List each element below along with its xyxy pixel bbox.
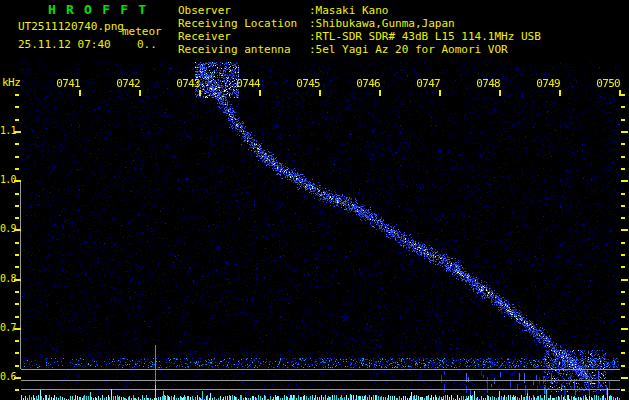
freq-tick-minor [15,291,19,293]
freq-tick-label: 1.0 [0,175,15,185]
freq-tick-major [14,180,21,182]
time-tick [319,90,321,96]
time-tick [559,90,561,96]
time-tick-label: 0747 [415,78,440,89]
freq-tick-label: 1.1 [0,126,15,136]
time-tick-label: 0748 [475,78,500,89]
info-label: Receiving Location [178,17,309,30]
app-title: H R O F F T [48,2,147,17]
info-value: :5el Yagi Az 20 for Aomori VOR [309,43,508,56]
freq-tick-minor [621,340,625,342]
plot-left-marker-line [20,181,21,369]
freq-tick-minor [15,156,19,158]
freq-tick-major [621,377,628,379]
counter-label: 0.. [137,38,157,51]
freq-tick-minor [15,266,19,268]
info-label: Receiver [178,30,309,43]
freq-tick-minor [621,156,625,158]
datetime-label: 25.11.12 07:40 [18,38,111,51]
info-value: :RTL-SDR SDR# 43dB L15 114.1MHz USB [309,30,541,43]
freq-tick-minor [621,389,625,391]
freq-tick-minor [621,352,625,354]
mode-label: meteor [122,25,162,38]
freq-tick-minor [15,242,19,244]
time-tick [619,90,621,96]
hrofft-window: H R O F F T UT2511120740.png meteor 25.1… [0,0,629,400]
freq-tick-minor [621,254,625,256]
freq-tick-minor [621,119,625,121]
freq-tick-minor [15,193,19,195]
info-value: :Masaki Kano [309,4,388,17]
freq-tick-minor [15,365,19,367]
freq-tick-minor [15,316,19,318]
info-row: Observer:Masaki Kano [178,4,541,17]
time-tick-label: 0741 [55,78,80,89]
time-tick-label: 0749 [535,78,560,89]
freq-tick-major [14,279,21,281]
time-tick [379,90,381,96]
time-tick [199,90,201,96]
info-label: Receiving antenna [178,43,309,56]
freq-tick-minor [621,193,625,195]
time-tick [259,90,261,96]
freq-tick-minor [621,106,625,108]
info-row: Receiver:RTL-SDR SDR# 43dB L15 114.1MHz … [178,30,541,43]
freq-tick-major [621,180,628,182]
time-tick [499,90,501,96]
freq-tick-minor [15,340,19,342]
freq-tick-minor [15,217,19,219]
time-tick [139,90,141,96]
freq-tick-minor [15,352,19,354]
time-tick-label: 0742 [115,78,140,89]
freq-tick-minor [621,316,625,318]
freq-tick-minor [621,291,625,293]
freq-tick-minor [15,168,19,170]
freq-tick-label: 0.8 [0,274,15,284]
time-tick [439,90,441,96]
freq-tick-minor [15,94,19,96]
freq-tick-minor [15,119,19,121]
info-value: :Shibukawa,Gunma,Japan [309,17,455,30]
output-filename: UT2511120740.png [18,20,124,33]
freq-tick-major [14,229,21,231]
info-row: Receiving Location:Shibukawa,Gunma,Japan [178,17,541,30]
freq-tick-major [621,279,628,281]
freq-tick-major [14,131,21,133]
time-tick-label: 0750 [595,78,620,89]
freq-tick-minor [15,205,19,207]
freq-tick-major [621,229,628,231]
freq-tick-minor [621,143,625,145]
info-row: Receiving antenna:5el Yagi Az 20 for Aom… [178,43,541,56]
freq-tick-minor [15,389,19,391]
freq-tick-minor [621,365,625,367]
freq-tick-minor [621,303,625,305]
freq-tick-major [14,328,21,330]
freq-tick-minor [621,94,625,96]
freq-tick-major [621,328,628,330]
freq-tick-minor [15,106,19,108]
freq-tick-minor [621,217,625,219]
freq-tick-label: 0.9 [0,224,15,234]
freq-axis-unit: kHz [2,76,20,89]
time-tick-label: 0745 [295,78,320,89]
time-tick [79,90,81,96]
freq-tick-minor [15,143,19,145]
freq-tick-minor [621,266,625,268]
station-info: Observer:Masaki KanoReceiving Location:S… [178,4,541,56]
freq-tick-minor [621,205,625,207]
freq-tick-minor [621,168,625,170]
freq-tick-minor [621,242,625,244]
freq-tick-minor [15,254,19,256]
freq-tick-major [621,131,628,133]
spectrogram-canvas [21,62,620,400]
freq-tick-label: 0.7 [0,323,15,333]
freq-tick-minor [15,303,19,305]
freq-tick-label: 0.6 [0,372,15,382]
time-tick-label: 0744 [235,78,260,89]
time-tick-label: 0743 [175,78,200,89]
freq-tick-major [14,377,21,379]
time-tick-label: 0746 [355,78,380,89]
info-label: Observer [178,4,309,17]
